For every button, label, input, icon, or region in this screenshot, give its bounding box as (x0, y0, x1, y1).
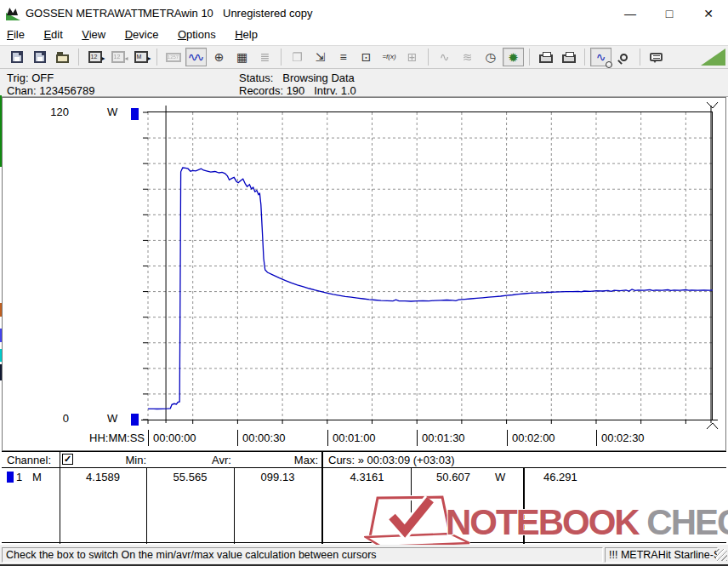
value-cursor2: 50.607 (411, 471, 496, 483)
print-icon[interactable] (558, 48, 579, 66)
menu-help[interactable]: Help (235, 26, 265, 41)
edge-artifact (0, 364, 2, 380)
channel-mode: M (32, 471, 42, 483)
table-header-rule (2, 467, 726, 468)
value-between-cursors: 46.291 (543, 471, 577, 483)
title-product: METRAwin 10 (143, 7, 213, 20)
value-avr: 55.565 (146, 471, 234, 483)
browse-status: Status: Browsing Data (239, 71, 355, 84)
edge-artifact (0, 329, 2, 342)
resize-corner-triangle (701, 49, 725, 66)
channel-color-marker (7, 472, 14, 483)
resize-grip[interactable] (716, 549, 727, 561)
menu-edit[interactable]: Edit (43, 26, 70, 41)
edge-artifact (0, 303, 2, 317)
toolbar-separator (529, 49, 530, 66)
toolbar-separator (156, 49, 157, 66)
x-axis-name: HH:MM:SS (77, 432, 145, 444)
io-settings-icon[interactable]: ⊞ (401, 48, 423, 66)
header-min: Min: (78, 454, 146, 466)
read-device-icon[interactable]: 12▸ (84, 48, 105, 66)
formula-icon[interactable]: =f(x) (378, 48, 400, 66)
title-company: GOSSEN METRAWATT (26, 7, 145, 20)
time-interval-icon[interactable]: ◷ (480, 48, 501, 66)
value-cursor2-unit: W (495, 471, 505, 483)
header-max: Max: (250, 454, 318, 466)
toolbar: 12▸12◂M▸1257∿∿⊕▦≣❐⇲≡⊡=f(x)⊞∿≋◷✹∿ (0, 45, 728, 69)
cursor-crosshair-icon[interactable]: ⊕ (208, 48, 230, 66)
toolbar-separator (640, 49, 640, 66)
x-tick-label: 00:01:00 (327, 430, 376, 446)
toolbar-separator (281, 49, 282, 66)
minmax-between-cursors-checkbox[interactable]: ✓ (62, 454, 73, 465)
value-max: 099.13 (234, 471, 321, 483)
column-separator-thick (321, 452, 323, 544)
menu-view[interactable]: View (82, 26, 113, 41)
save-as-icon[interactable] (29, 48, 50, 66)
table-view-icon[interactable]: ▦ (231, 48, 253, 66)
y-axis-unit-bottom: W (107, 412, 117, 425)
x-tick-label: 00:00:00 (148, 430, 196, 446)
chart-panel (2, 97, 726, 451)
save-icon[interactable] (6, 48, 27, 66)
title-unregistered-badge: Unregistered copy (223, 7, 313, 20)
histogram-view-icon[interactable]: ≣ (254, 48, 276, 66)
device-status: !!! METRAHit Starline-S (605, 547, 718, 563)
monitor-icon[interactable]: ⊡ (355, 48, 377, 66)
x-tick-label: 00:02:30 (596, 430, 645, 446)
toolbar-separator (428, 49, 429, 66)
write-device-icon[interactable]: 12◂ (107, 48, 128, 66)
close-button[interactable]: ✕ (696, 5, 721, 22)
wave-dense-icon[interactable]: ≋ (457, 48, 478, 66)
x-tick-label: 00:01:30 (417, 430, 465, 446)
channel-list: Chan: 123456789 (7, 84, 94, 97)
chart-view-icon[interactable]: ∿∿ (185, 48, 207, 66)
records-interval: Records: 190 Intrv. 1.0 (239, 84, 356, 97)
column-separator-thick (523, 467, 525, 544)
print-report-icon[interactable] (535, 48, 556, 66)
measurement-table: Channel: ✓ Min: Avr: Max: Curs: » 00:03:… (2, 451, 726, 543)
zoom-select-icon[interactable] (613, 48, 634, 66)
copy-window-icon[interactable]: ❐ (287, 48, 308, 66)
comment-icon[interactable] (646, 48, 667, 66)
y-axis-min-label: 0 (43, 412, 69, 425)
channel-settings-icon[interactable]: ≡ (333, 48, 354, 66)
acquisition-status-panel: Trig: OFF Chan: 123456789 Status: Browsi… (0, 69, 728, 97)
value-cursor1: 4.3161 (323, 471, 411, 483)
edge-artifact (0, 349, 2, 362)
menu-device[interactable]: Device (125, 26, 167, 41)
wave-sparse-icon[interactable]: ∿ (434, 48, 455, 66)
header-avr: Avr: (163, 454, 231, 466)
trigger-status: Trig: OFF (7, 71, 54, 84)
maximize-button[interactable]: □ (657, 5, 682, 22)
status-bar: Check the box to switch On the min/avr/m… (0, 545, 728, 564)
export-icon[interactable]: ⇲ (310, 48, 331, 66)
app-icon (6, 7, 20, 20)
menu-options[interactable]: Options (178, 26, 224, 41)
y-axis-unit-top: W (107, 106, 117, 118)
x-tick-label: 00:02:00 (507, 430, 555, 446)
status-message: Check the box to switch On the min/avr/m… (2, 547, 603, 563)
metrawin-window: GOSSEN METRAWATT METRAwin 10 Unregistere… (0, 0, 728, 566)
toolbar-separator (78, 49, 79, 66)
numeric-display-icon[interactable]: 1257 (162, 48, 184, 66)
y-axis-max-label: 120 (43, 106, 69, 118)
value-min: 4.1589 (60, 471, 146, 483)
header-cursors: Curs: » 00:03:09 (+03:03) (328, 454, 455, 466)
channel-id: 1 (16, 471, 22, 483)
edge-artifact (0, 95, 2, 167)
menu-file[interactable]: File (7, 26, 32, 41)
header-channel: Channel: (7, 454, 51, 466)
column-separator (60, 452, 60, 544)
x-tick-label: 00:00:30 (237, 430, 286, 446)
title-bar: GOSSEN METRAWATT METRAwin 10 Unregistere… (0, 0, 728, 26)
minimize-button[interactable]: — (617, 5, 643, 22)
toolbar-separator (584, 49, 585, 66)
read-memory-icon[interactable]: M▸ (130, 48, 151, 66)
open-file-icon[interactable] (52, 48, 73, 66)
menu-bar: File Edit View Device Options Help (0, 26, 728, 45)
trigger-icon[interactable]: ✹ (503, 48, 524, 66)
zoom-curve-icon[interactable]: ∿ (590, 48, 611, 66)
